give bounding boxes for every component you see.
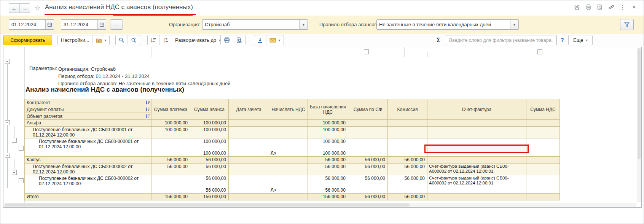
cell[interactable] — [269, 127, 308, 138]
cell[interactable] — [526, 175, 560, 187]
cell[interactable] — [526, 194, 560, 200]
cell[interactable] — [348, 120, 388, 127]
row-label[interactable]: Альфа — [25, 120, 151, 127]
organization-value[interactable]: Стройснаб — [202, 20, 299, 29]
cell[interactable] — [269, 157, 308, 164]
row-label[interactable]: Поступление безналичных ДС СБ00-000001 о… — [25, 138, 151, 150]
collapse-groups-icon[interactable] — [148, 35, 159, 45]
cell[interactable]: 100 000,00 — [190, 150, 229, 157]
sort-icon[interactable] — [145, 100, 150, 105]
cell[interactable] — [526, 150, 560, 157]
horizontal-scrollbar-thumb[interactable] — [5, 203, 410, 207]
group-collapse-toggle[interactable]: − — [5, 120, 10, 125]
sum-sigma-icon[interactable]: Σ — [437, 37, 440, 44]
chevron-down-icon[interactable]: ▾ — [510, 20, 518, 29]
back-button[interactable]: ← — [9, 4, 19, 13]
cell[interactable] — [269, 194, 308, 200]
cell[interactable] — [526, 157, 560, 164]
report-variants-button[interactable]: ▾ — [92, 35, 110, 45]
preview-icon[interactable] — [596, 4, 603, 11]
cell[interactable] — [388, 150, 427, 157]
cell[interactable] — [229, 127, 269, 138]
cell[interactable] — [151, 175, 190, 187]
calendar-icon[interactable] — [45, 20, 54, 29]
cell[interactable]: 56 000,00 — [190, 157, 229, 164]
report-collapse-toggle[interactable]: − — [5, 59, 10, 64]
cell[interactable] — [151, 187, 190, 194]
cell[interactable] — [151, 138, 190, 150]
cell[interactable] — [427, 127, 526, 138]
cell[interactable] — [348, 127, 388, 138]
sort-icon[interactable] — [145, 107, 150, 111]
cell[interactable]: 56 000,00 — [151, 164, 190, 175]
cell[interactable]: 56 000,00 — [348, 194, 388, 200]
print-preview-icon[interactable] — [233, 35, 245, 45]
row-label[interactable] — [25, 187, 151, 194]
cell[interactable]: Да — [269, 187, 308, 194]
row-header-kontragent[interactable]: Контрагент — [25, 99, 151, 106]
print-icon[interactable] — [585, 4, 592, 11]
cell[interactable] — [427, 194, 526, 200]
row-label[interactable]: Поступление безналичных ДС СБ00-000002 о… — [25, 175, 151, 187]
cell[interactable]: 56 000,00 — [308, 157, 348, 164]
generate-button[interactable]: Сформировать — [3, 35, 52, 45]
cell[interactable]: 56 000,00 — [308, 175, 348, 187]
save-file-icon[interactable] — [254, 35, 266, 45]
cell[interactable] — [269, 175, 308, 187]
row-header-document[interactable]: Документ оплаты — [25, 106, 151, 113]
cell[interactable] — [229, 157, 269, 164]
cell[interactable]: 56 000,00 — [348, 157, 388, 164]
cell[interactable] — [229, 194, 269, 200]
get-link-icon[interactable] — [608, 4, 615, 11]
organization-combo[interactable]: Стройснаб ▾ — [202, 19, 308, 30]
group-collapse-toggle[interactable]: − — [19, 178, 24, 183]
cell[interactable]: 56 000,00 — [388, 157, 427, 164]
cell[interactable]: 156 000,00 — [151, 194, 190, 200]
cell[interactable]: 56 000,00 — [190, 164, 229, 175]
cell[interactable]: 100 000,00 — [151, 127, 190, 138]
cell[interactable]: 56 000,00 — [151, 157, 190, 164]
date-from-field[interactable]: 01.12.2024 — [9, 19, 54, 30]
cell[interactable]: 100 000,00 — [190, 127, 229, 138]
cell[interactable]: 156 000,00 — [190, 194, 229, 200]
group-collapse-toggle[interactable]: − — [19, 146, 24, 151]
cell[interactable]: 56 000,00 — [388, 194, 427, 200]
cell[interactable]: 56 000,00 — [388, 175, 427, 187]
cell[interactable]: 56 000,00 — [308, 164, 348, 175]
more-menu-icon[interactable]: ⋮ — [619, 4, 626, 11]
cell[interactable]: 156 000,00 — [308, 194, 348, 200]
vertical-scrollbar-thumb[interactable] — [638, 48, 641, 159]
cell[interactable] — [348, 138, 388, 150]
row-label[interactable]: Поступление безналичных ДС СБ00-000001 о… — [25, 127, 151, 138]
cell[interactable]: 100 000,00 — [151, 120, 190, 127]
printer-icon[interactable] — [221, 35, 233, 45]
quick-filter-input[interactable] — [446, 35, 557, 45]
cell[interactable] — [526, 127, 560, 138]
cell[interactable] — [348, 150, 388, 157]
filter-settings-button[interactable] — [620, 19, 634, 30]
cell[interactable] — [526, 164, 560, 175]
cell[interactable] — [229, 138, 269, 150]
cell[interactable] — [229, 150, 269, 157]
cell[interactable]: Счет-фактура выданный (аванс) СБ00-А0000… — [427, 164, 526, 175]
sort-icon[interactable] — [145, 114, 150, 118]
favorite-star-icon[interactable]: ☆ — [34, 4, 41, 13]
cell[interactable]: 56 000,00 — [348, 164, 388, 175]
cell[interactable]: 56 000,00 — [190, 175, 229, 187]
cell[interactable] — [229, 175, 269, 187]
group-collapse-toggle[interactable]: − — [12, 138, 17, 143]
close-icon[interactable]: × — [631, 4, 638, 11]
cell[interactable]: 56 000,00 — [348, 175, 388, 187]
cell[interactable] — [348, 187, 388, 194]
expand-groups-icon[interactable] — [159, 35, 172, 45]
period-options-button[interactable]: ... — [110, 19, 123, 30]
chevron-down-icon[interactable]: ▾ — [299, 20, 308, 29]
cell[interactable]: 56 000,00 — [388, 164, 427, 175]
cell[interactable]: 100 000,00 — [308, 120, 348, 127]
cell[interactable]: 100 000,00 — [308, 127, 348, 138]
cell[interactable]: 56 000,00 — [308, 187, 348, 194]
date-to-field[interactable]: 31.12.2024 — [61, 19, 106, 30]
settings-button[interactable]: Настройки... — [58, 35, 92, 45]
advance-rule-value[interactable]: Не зачтенные в течение пяти календарных … — [377, 20, 510, 29]
cell[interactable]: Да — [269, 150, 308, 157]
